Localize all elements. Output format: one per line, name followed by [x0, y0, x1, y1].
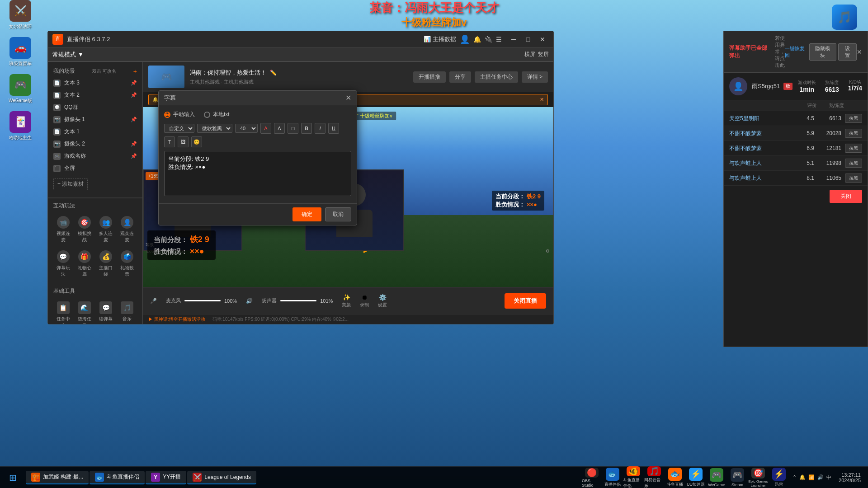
tray-thunder[interactable]: ⚡ 迅雷 — [769, 468, 789, 488]
interact-multi-mic[interactable]: 👥 多人连麦 — [96, 213, 116, 246]
font-preset-select[interactable]: 自定义 — [164, 124, 194, 133]
system-clock[interactable]: 13:27:11 2024/8/25 — [835, 472, 864, 483]
tray-steam[interactable]: 🎮 Steam — [727, 468, 747, 488]
tray-epic[interactable]: 🎯 Epic Games Launcher — [748, 468, 768, 488]
add-scene-icon[interactable]: + — [133, 68, 137, 75]
host-task-btn[interactable]: 主播任务中心 — [475, 71, 518, 83]
menu-icon[interactable]: ☰ — [496, 36, 502, 43]
panel-close-icon[interactable]: ✕ — [857, 48, 862, 56]
desktop-icon-weld[interactable]: ⚔️ 文尔登法环 — [5, 0, 36, 30]
tool-cushion-task[interactable]: 🌊 垫海任务 — [75, 299, 94, 324]
tray-uu[interactable]: ⚡ UU加速器 — [686, 468, 706, 488]
tool-read-barrage[interactable]: 💬 读弹幕 — [96, 299, 116, 324]
interact-gift-wish[interactable]: 🎁 礼物心愿 — [75, 248, 94, 280]
source-item-game[interactable]: 🎮 游戏名称 📌 — [48, 150, 142, 162]
open-stream-btn[interactable]: 开播播撸 — [413, 71, 446, 83]
maximize-button[interactable]: □ — [522, 34, 534, 45]
settings-control[interactable]: ⚙️ 设置 — [378, 294, 387, 308]
interact-challenge[interactable]: 🎯 模拟挑战 — [75, 213, 94, 246]
tool-music[interactable]: 🎵 音乐 — [118, 299, 137, 324]
tray-keyboard-icon[interactable]: 中 — [826, 474, 831, 481]
avatar-icon[interactable]: 👤 — [460, 34, 470, 44]
taskbar-app-douyu[interactable]: 🐟 斗鱼直播伴侣 — [90, 471, 145, 484]
close-live-button[interactable]: 关闭直播 — [505, 293, 546, 309]
interact-host-pocket[interactable]: 💰 主播口袋 — [96, 248, 116, 280]
panel-settings-button[interactable]: 设置 — [838, 43, 857, 61]
font-color-btn[interactable]: A — [260, 123, 271, 134]
desktop-icon-car[interactable]: 🚗 班级置置车 — [5, 37, 36, 67]
dialog-cancel-button[interactable]: 取消 — [325, 207, 351, 221]
source-item-text2[interactable]: 📄 文本 2 📌 — [48, 89, 142, 101]
tray-notification-icon[interactable]: 🔔 — [799, 474, 806, 480]
hide-module-button[interactable]: 隐藏模块 — [809, 43, 836, 61]
source-item-text3[interactable]: 📄 文本 3 📌 — [48, 77, 142, 89]
record-control[interactable]: ⏺ 录制 — [360, 294, 369, 308]
subtitle-textarea[interactable]: 当前分段: 铁2 9 胜负情况: ××● — [164, 151, 351, 196]
source-item-text1[interactable]: 📄 文本 1 — [48, 126, 142, 138]
edit-title-icon[interactable]: ✏️ — [270, 70, 277, 76]
italic-btn[interactable]: I — [315, 123, 326, 134]
tray-caret-icon[interactable]: ⌃ — [793, 474, 797, 480]
insert-emoji-btn[interactable]: 😊 — [191, 136, 202, 147]
app-close-button[interactable]: ✕ — [536, 34, 549, 45]
desktop-icon-wegame[interactable]: 🎮 WeGame版 — [5, 74, 36, 104]
tray-douyu-live[interactable]: 🐠 斗鱼直播伴侣 — [623, 468, 643, 488]
interact-gift-vote[interactable]: 🗳️ 礼物投票 — [118, 248, 137, 280]
minimize-button[interactable]: ─ — [507, 34, 520, 45]
share-btn[interactable]: 分享 — [449, 71, 471, 83]
file-input-radio[interactable]: 本地txt — [204, 111, 230, 118]
source-item-qq[interactable]: 💬 QQ群 — [48, 101, 142, 113]
bell-icon[interactable]: 🔔 — [473, 36, 481, 43]
mode-selector[interactable]: 常规模式 ▼ — [52, 51, 84, 59]
interact-barrage[interactable]: 💬 弹幕玩法 — [53, 248, 73, 280]
horizontal-btn[interactable]: 横屏 — [524, 51, 535, 58]
speaker-icon[interactable]: 🔊 — [246, 298, 253, 304]
manual-input-radio[interactable]: 手动输入 — [164, 111, 195, 118]
font-bg-btn[interactable]: A — [274, 123, 285, 134]
detail-btn[interactable]: 详情 > — [522, 71, 548, 83]
tray-live-companion[interactable]: 🐟 直播伴侣 — [603, 468, 623, 488]
add-source-button[interactable]: + 添加素材 — [53, 178, 88, 190]
dialog-confirm-button[interactable]: 确定 — [292, 207, 321, 221]
vertical-btn[interactable]: 竖屏 — [538, 51, 549, 58]
font-name-select[interactable]: 微软雅黑 — [197, 124, 232, 133]
font-size-select[interactable]: 40 — [235, 124, 258, 133]
dialog-close-icon[interactable]: ✕ — [345, 94, 351, 102]
source-item-fullscreen[interactable]: ⬛ 全屏 — [48, 162, 142, 174]
host-data-btn[interactable]: 📊 主播数据 — [424, 35, 456, 43]
interact-video-mic[interactable]: 📹 视频连麦 — [53, 213, 73, 246]
tool-task-center[interactable]: 📋 任务中心 — [53, 299, 73, 324]
interact-audience-mic[interactable]: 👤 观众连麦 — [118, 213, 137, 246]
tray-sound-icon[interactable]: 🔊 — [817, 474, 824, 480]
row3-action-btn[interactable]: 拉黑 — [845, 144, 862, 153]
text-align-btn[interactable]: T — [164, 136, 175, 147]
row4-action-btn[interactable]: 拉黑 — [845, 159, 862, 168]
tray-network-icon[interactable]: 📶 — [808, 474, 815, 480]
mic-slider[interactable] — [184, 300, 221, 301]
panel-close-button[interactable]: 关闭 — [830, 190, 862, 203]
tray-douyu[interactable]: 🐟 斗鱼直播 — [665, 468, 685, 488]
taskbar-app-builds[interactable]: 🏗️ 加武姬 构建-最... — [26, 471, 89, 484]
row5-action-btn[interactable]: 拉黑 — [845, 174, 862, 183]
desktop-icon-landlord[interactable]: 🃏 哈喽地主生 — [5, 111, 36, 141]
insert-image-btn[interactable]: 🖼 — [178, 136, 189, 147]
speaker-slider[interactable] — [280, 300, 316, 301]
plugin-icon[interactable]: 🔌 — [485, 36, 492, 43]
source-item-cam2[interactable]: 📷 摄像头 2 📌 — [48, 138, 142, 150]
source-item-cam1[interactable]: 📷 摄像头 1 📌 — [48, 113, 142, 126]
beauty-control[interactable]: ✨ 美颜 — [342, 294, 351, 308]
tray-obs[interactable]: 🔴 OBS Studio — [582, 468, 602, 488]
taskbar-app-yy[interactable]: Y YY开播 — [146, 471, 186, 484]
tray-netease-music[interactable]: 🎵 网易云音乐 — [644, 468, 664, 488]
start-button[interactable]: ⊞ — [4, 470, 22, 485]
tray-wegame[interactable]: 🎮 WeGame — [707, 468, 726, 488]
mute-icon[interactable]: 🎤 — [150, 298, 157, 304]
restore-link[interactable]: 一键恢复回 — [785, 45, 807, 59]
notification-close-icon[interactable]: ✕ — [540, 97, 544, 103]
font-outline-btn[interactable]: □ — [288, 123, 298, 134]
row1-action-btn[interactable]: 拉黑 — [845, 114, 862, 123]
bold-btn[interactable]: B — [301, 123, 312, 134]
row2-action-btn[interactable]: 拉黑 — [845, 129, 862, 138]
taskbar-app-lol[interactable]: ⚔️ League of Legends — [187, 471, 256, 484]
underline-btn[interactable]: U — [328, 123, 339, 134]
